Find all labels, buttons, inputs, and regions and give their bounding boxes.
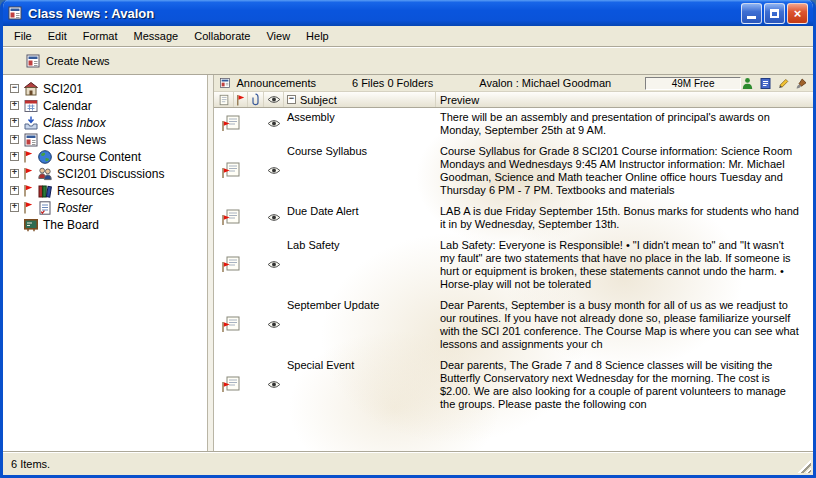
message-row-assembly[interactable]: Assembly There will be an assembly and p… xyxy=(214,108,813,142)
viewed-eye-icon xyxy=(264,358,284,411)
create-news-button[interactable]: Create News xyxy=(17,50,118,72)
expand-icon[interactable]: + xyxy=(10,186,19,195)
tree-item-the-board[interactable]: The Board xyxy=(3,216,207,233)
message-preview: Lab Safety: Everyone is Responsible! • "… xyxy=(436,238,813,291)
message-preview: There will be an assembly and presentati… xyxy=(436,110,813,137)
attachment-cell xyxy=(248,204,264,231)
tree-item-course-content[interactable]: + Course Content xyxy=(3,148,207,165)
message-preview: Dear parents, The Grade 7 and 8 Science … xyxy=(436,358,813,411)
message-row-due-date-alert[interactable]: Due Date Alert LAB A is due Friday Septe… xyxy=(214,202,813,236)
tree-label: Class News xyxy=(43,133,106,147)
menu-file[interactable]: File xyxy=(6,28,40,44)
free-space-indicator: 49M Free xyxy=(645,77,741,90)
message-row-september-update[interactable]: September Update Dear Parents, September… xyxy=(214,296,813,356)
list-info-bar: Announcements 6 Files 0 Folders Avalon :… xyxy=(214,75,813,92)
tree-label: Calendar xyxy=(43,99,92,113)
app-window: Class News : Avalon × File Edit Format M… xyxy=(0,0,816,478)
titlebar[interactable]: Class News : Avalon × xyxy=(3,0,813,26)
app-news-icon xyxy=(7,5,24,22)
column-subject[interactable]: − Subject xyxy=(284,92,436,107)
pencil-icon[interactable] xyxy=(777,77,790,90)
menu-edit[interactable]: Edit xyxy=(40,28,75,44)
message-flag-icon xyxy=(214,358,248,411)
menu-message[interactable]: Message xyxy=(126,28,187,44)
message-subject[interactable]: Assembly xyxy=(284,110,436,137)
minimize-button[interactable] xyxy=(741,3,762,24)
item-counts: 6 Files 0 Folders xyxy=(352,77,433,89)
message-row-lab-safety[interactable]: Lab Safety Lab Safety: Everyone is Respo… xyxy=(214,236,813,296)
message-flag-icon xyxy=(214,204,248,231)
maximize-button[interactable] xyxy=(764,3,785,24)
unread-flag-icon xyxy=(23,167,33,180)
expand-icon[interactable]: + xyxy=(10,101,19,110)
user-icon[interactable] xyxy=(741,77,754,90)
collapse-all-icon[interactable]: − xyxy=(287,95,296,104)
viewed-eye-icon xyxy=(264,298,284,351)
message-subject[interactable]: Due Date Alert xyxy=(284,204,436,231)
eye-icon xyxy=(267,95,281,104)
message-flag-icon xyxy=(214,298,248,351)
message-flag-icon xyxy=(214,144,248,197)
expand-icon[interactable]: + xyxy=(10,169,19,178)
tree-item-class-news[interactable]: + Class News xyxy=(3,131,207,148)
close-button[interactable]: × xyxy=(787,3,808,24)
message-subject[interactable]: Special Event xyxy=(284,358,436,411)
menu-view[interactable]: View xyxy=(258,28,298,44)
message-subject[interactable]: Course Syllabus xyxy=(284,144,436,197)
minimize-icon xyxy=(747,16,756,19)
resize-grip[interactable] xyxy=(798,460,811,473)
menu-collaborate[interactable]: Collaborate xyxy=(186,28,258,44)
roster-list-icon xyxy=(37,200,53,216)
expand-icon[interactable]: + xyxy=(10,135,19,144)
column-message-type[interactable] xyxy=(214,92,234,107)
conference-icon xyxy=(23,81,39,97)
column-preview[interactable]: Preview xyxy=(436,92,813,107)
books-icon xyxy=(37,183,53,199)
tree-item-sci201[interactable]: − SCI201 xyxy=(3,80,207,97)
status-text: 6 Items. xyxy=(11,458,50,470)
tree-item-discussions[interactable]: + SCI201 Discussions xyxy=(3,165,207,182)
tree-label: Course Content xyxy=(57,150,141,164)
globe-icon xyxy=(37,149,53,165)
status-bar: 6 Items. xyxy=(3,451,813,475)
expand-icon[interactable]: + xyxy=(10,152,19,161)
attachment-cell xyxy=(248,358,264,411)
menu-format[interactable]: Format xyxy=(75,28,126,44)
panel-splitter[interactable] xyxy=(207,75,214,451)
board-icon xyxy=(23,217,39,233)
unread-flag-icon xyxy=(23,184,33,197)
conference-tree: − SCI201 + Calendar + Class Inbox xyxy=(3,75,207,451)
close-icon: × xyxy=(794,6,802,21)
message-preview: Dear Parents, September is a busy month … xyxy=(436,298,813,351)
create-news-icon xyxy=(25,53,41,69)
people-icon xyxy=(37,166,53,182)
tree-item-roster[interactable]: + Roster xyxy=(3,199,207,216)
message-flag-icon xyxy=(214,110,248,137)
tree-item-resources[interactable]: + Resources xyxy=(3,182,207,199)
subject-header-label: Subject xyxy=(300,94,337,106)
column-flag[interactable] xyxy=(234,92,248,107)
expand-icon[interactable]: + xyxy=(10,118,19,127)
window-title: Class News : Avalon xyxy=(28,6,741,21)
tree-label: SCI201 xyxy=(43,82,83,96)
menu-help[interactable]: Help xyxy=(298,28,337,44)
message-preview: Course Syllabus for Grade 8 SCI201 Cours… xyxy=(436,144,813,197)
message-row-special-event[interactable]: Special Event Dear parents, The Grade 7 … xyxy=(214,356,813,416)
column-viewed[interactable] xyxy=(264,92,284,107)
message-subject[interactable]: September Update xyxy=(284,298,436,351)
maximize-icon xyxy=(770,9,779,18)
column-attachment[interactable] xyxy=(248,92,264,107)
brush-icon[interactable] xyxy=(795,77,808,90)
tree-item-calendar[interactable]: + Calendar xyxy=(3,97,207,114)
message-row-course-syllabus[interactable]: Course Syllabus Course Syllabus for Grad… xyxy=(214,142,813,202)
tree-item-class-inbox[interactable]: + Class Inbox xyxy=(3,114,207,131)
preview-header-label: Preview xyxy=(440,94,479,106)
announcements-panel: Announcements 6 Files 0 Folders Avalon :… xyxy=(214,75,813,451)
note-icon[interactable] xyxy=(759,77,772,90)
paperclip-icon xyxy=(251,93,260,106)
message-subject[interactable]: Lab Safety xyxy=(284,238,436,291)
message-preview: LAB A is due Friday September 15th. Bonu… xyxy=(436,204,813,231)
collapse-icon[interactable]: − xyxy=(10,84,19,93)
viewed-eye-icon xyxy=(264,110,284,137)
expand-icon[interactable]: + xyxy=(10,203,19,212)
